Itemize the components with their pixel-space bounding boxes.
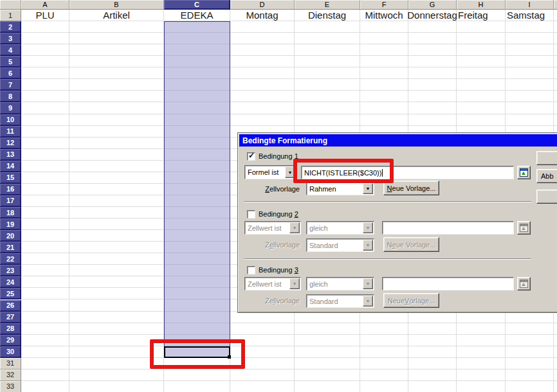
cell-D4[interactable]: [230, 44, 295, 56]
cell-x3[interactable]: [554, 33, 557, 44]
cell-A17[interactable]: [21, 195, 69, 207]
cell-H30[interactable]: [457, 346, 506, 358]
cell-H33[interactable]: [457, 381, 506, 392]
row-header-27[interactable]: 27: [0, 312, 21, 323]
cell-E6[interactable]: [295, 67, 360, 79]
dropdown-button[interactable]: ▼: [363, 183, 373, 194]
row-header-20[interactable]: 20: [0, 230, 21, 242]
cell-G3[interactable]: [408, 33, 457, 44]
cell-D32[interactable]: [230, 370, 295, 381]
row-header-23[interactable]: 23: [0, 265, 21, 276]
row-header-16[interactable]: 16: [0, 184, 21, 195]
cell-E3[interactable]: [295, 33, 360, 44]
cell-E4[interactable]: [295, 44, 360, 56]
cell-E31[interactable]: [295, 358, 360, 370]
row-header-24[interactable]: 24: [0, 276, 21, 288]
cell-x9[interactable]: [554, 102, 557, 114]
condition-1-cellstyle-dropdown[interactable]: Rahmen ▼: [306, 182, 374, 195]
row-header-25[interactable]: 25: [0, 288, 21, 299]
row-header-5[interactable]: 5: [0, 56, 21, 67]
cell-A31[interactable]: [21, 358, 69, 370]
cell-x6[interactable]: [554, 67, 557, 79]
cell-x29[interactable]: [554, 335, 557, 346]
cell-G5[interactable]: [408, 56, 457, 67]
cell-H7[interactable]: [457, 79, 506, 91]
cell-B5[interactable]: [69, 56, 164, 67]
cell-x7[interactable]: [554, 79, 557, 91]
cell-I4[interactable]: [506, 44, 554, 56]
cell-A7[interactable]: [21, 79, 69, 91]
condition-1-checkbox[interactable]: ✓: [247, 152, 255, 161]
cell-F31[interactable]: [360, 358, 408, 370]
cell-A1[interactable]: PLU: [21, 10, 69, 21]
row-header-12[interactable]: 12: [0, 138, 21, 149]
row-header-3[interactable]: 3: [0, 33, 21, 44]
cell-A6[interactable]: [21, 67, 69, 79]
cell-H1[interactable]: Freitag: [457, 10, 506, 21]
cell-A4[interactable]: [21, 44, 69, 56]
cell-B9[interactable]: [69, 102, 164, 114]
cell-H8[interactable]: [457, 91, 506, 102]
column-header-F[interactable]: F: [360, 0, 408, 10]
cell-H3[interactable]: [457, 33, 506, 44]
cell-F3[interactable]: [360, 33, 408, 44]
cell-B21[interactable]: [69, 242, 164, 253]
cell-x31[interactable]: [554, 358, 557, 370]
cell-D3[interactable]: [230, 33, 295, 44]
cell-F33[interactable]: [360, 381, 408, 392]
cell-x2[interactable]: [554, 21, 557, 33]
cell-A2[interactable]: [21, 21, 69, 33]
row-header-18[interactable]: 18: [0, 207, 21, 218]
column-header-I[interactable]: I: [506, 0, 554, 10]
cell-A20[interactable]: [21, 230, 69, 242]
cell-E10[interactable]: [295, 114, 360, 126]
row-header-33[interactable]: 33: [0, 381, 21, 392]
cell-I9[interactable]: [506, 102, 554, 114]
row-header-28[interactable]: 28: [0, 323, 21, 335]
cell-B6[interactable]: [69, 67, 164, 79]
cell-x4[interactable]: [554, 44, 557, 56]
cell-G31[interactable]: [408, 358, 457, 370]
cell-G29[interactable]: [408, 335, 457, 346]
grid-corner[interactable]: [0, 0, 21, 10]
cell-D1[interactable]: Montag: [230, 10, 295, 21]
row-header-13[interactable]: 13: [0, 149, 21, 161]
cell-B15[interactable]: [69, 172, 164, 184]
cell-B20[interactable]: [69, 230, 164, 242]
cell-B13[interactable]: [69, 149, 164, 161]
cell-B25[interactable]: [69, 288, 164, 299]
cell-I5[interactable]: [506, 56, 554, 67]
cell-G2[interactable]: [408, 21, 457, 33]
cell-B16[interactable]: [69, 184, 164, 195]
cell-B12[interactable]: [69, 138, 164, 149]
row-header-10[interactable]: 10: [0, 114, 21, 126]
cell-A26[interactable]: [21, 300, 69, 312]
cell-B23[interactable]: [69, 265, 164, 276]
cell-B4[interactable]: [69, 44, 164, 56]
cell-G28[interactable]: [408, 323, 457, 335]
cell-B3[interactable]: [69, 33, 164, 44]
cell-E9[interactable]: [295, 102, 360, 114]
row-header-17[interactable]: 17: [0, 195, 21, 207]
cell-G9[interactable]: [408, 102, 457, 114]
cell-I1[interactable]: Samstag: [506, 10, 554, 21]
cell-A9[interactable]: [21, 102, 69, 114]
row-header-29[interactable]: 29: [0, 335, 21, 346]
row-header-9[interactable]: 9: [0, 102, 21, 114]
cell-H4[interactable]: [457, 44, 506, 56]
cell-B11[interactable]: [69, 126, 164, 138]
cell-I28[interactable]: [506, 323, 554, 335]
cell-D10[interactable]: [230, 114, 295, 126]
cell-I30[interactable]: [506, 346, 554, 358]
cell-C1[interactable]: EDEKA: [164, 10, 230, 21]
cell-x8[interactable]: [554, 91, 557, 102]
cell-F10[interactable]: [360, 114, 408, 126]
cancel-button[interactable]: Abb: [536, 169, 557, 183]
row-header-4[interactable]: 4: [0, 44, 21, 56]
cell-E8[interactable]: [295, 91, 360, 102]
cell-F30[interactable]: [360, 346, 408, 358]
cell-I33[interactable]: [506, 381, 554, 392]
cell-H32[interactable]: [457, 370, 506, 381]
cell-I3[interactable]: [506, 33, 554, 44]
row-header-26[interactable]: 26: [0, 300, 21, 312]
